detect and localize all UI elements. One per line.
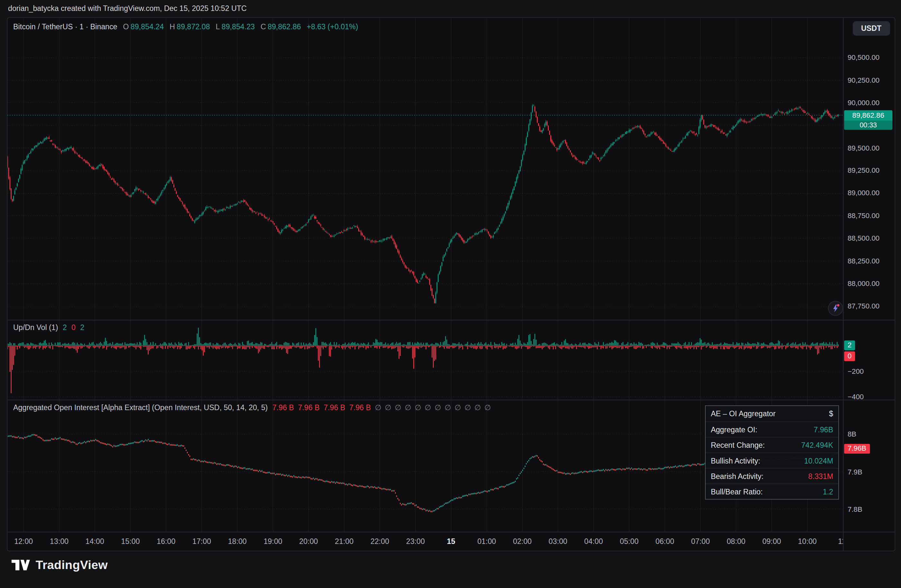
oi-legend-value: 7.96 B — [272, 403, 294, 412]
panel-row-value: 7.96B — [814, 425, 834, 434]
time-label-date: 15 — [447, 532, 455, 551]
ohlc-field: O89,854.24 — [123, 23, 164, 31]
snapshot-watermark: dorian_batycka created with TradingView.… — [8, 0, 247, 17]
price-axis-label: 89,250.00 — [848, 166, 879, 175]
time-axis[interactable]: 12:0013:0014:0015:0016:0017:0018:0019:00… — [8, 532, 843, 551]
panel-row: Bullish Activity:10.024M — [706, 453, 838, 468]
time-label: 12:00 — [14, 532, 33, 551]
pane-separator[interactable] — [8, 400, 895, 400]
lightning-icon[interactable] — [829, 302, 842, 315]
panel-row-label: Bullish Activity: — [711, 456, 761, 465]
time-label: 15:00 — [121, 532, 140, 551]
currency-toggle-button[interactable]: USDT — [853, 21, 890, 36]
ohlc-field: L89,854.23 — [216, 23, 255, 31]
oi-aggregator-panel: AE – OI Aggregator$Aggregate OI:7.96BRec… — [705, 405, 839, 499]
volume-axis-label: −400 — [848, 392, 864, 401]
bar-countdown: 00:33 — [844, 120, 892, 130]
volume-axis-label: −200 — [848, 367, 864, 376]
time-label: 04:00 — [585, 532, 603, 551]
panel-row-label: Recent Change: — [711, 441, 765, 450]
time-label: 20:00 — [299, 532, 318, 551]
page: dorian_batycka created with TradingView.… — [0, 0, 901, 588]
time-label: 16:00 — [157, 532, 175, 551]
oi-legend-empty-value: ∅ — [435, 403, 441, 412]
oi-legend-empty-value: ∅ — [484, 403, 491, 412]
time-label: 02:00 — [513, 532, 532, 551]
ohlc-values: O89,854.24H89,872.08L89,854.23C89,862.86 — [123, 23, 301, 31]
time-label: 07:00 — [691, 532, 710, 551]
panel-row: Bearish Activity:8.331M — [706, 468, 838, 484]
last-price-badge: 89,862.86 00:33 — [844, 110, 892, 130]
volume-legend-values: 202 — [63, 323, 84, 332]
volume-legend-value: 2 — [80, 323, 84, 332]
price-axis-label: 87,750.00 — [848, 302, 879, 311]
volume-indicator-title[interactable]: Up/Dn Vol (1) — [13, 323, 58, 332]
tradingview-wordmark: TradingView — [36, 558, 108, 572]
panel-row-value: 742.494K — [801, 441, 833, 450]
panel-row-value: 1.2 — [823, 487, 833, 496]
oi-indicator-title[interactable]: Aggregated Open Interest [Alpha Extract]… — [13, 403, 268, 412]
oi-legend-values: 7.96 B7.96 B7.96 B7.96 B∅∅∅∅∅∅∅∅∅∅∅∅ — [272, 403, 494, 412]
oi-last-value-badge: 7.96B — [844, 444, 870, 454]
time-label: 14:00 — [86, 532, 104, 551]
oi-legend-empty-value: ∅ — [385, 403, 391, 412]
main-legend[interactable]: Bitcoin / TetherUS · 1 · Binance O89,854… — [13, 23, 358, 31]
chart-area[interactable]: Bitcoin / TetherUS · 1 · Binance O89,854… — [7, 17, 895, 551]
price-change: +8.63 (+0.01%) — [307, 23, 358, 31]
oi-legend-empty-value: ∅ — [375, 403, 381, 412]
oi-legend-empty-value: ∅ — [415, 403, 421, 412]
volume-pane[interactable] — [8, 320, 843, 400]
volume-last-value-badge: 2 — [844, 341, 855, 350]
volume-legend-value: 0 — [72, 323, 76, 332]
price-axis-label: 90,000.00 — [848, 98, 879, 107]
price-axis-label: 88,750.00 — [848, 212, 879, 221]
symbol-title[interactable]: Bitcoin / TetherUS · 1 · Binance — [13, 23, 117, 31]
panel-row-label: Bearish Activity: — [711, 472, 764, 481]
panel-row-value: 8.331M — [808, 472, 833, 481]
panel-row-label: Bull/Bear Ratio: — [711, 487, 762, 496]
time-label: 21:00 — [335, 532, 354, 551]
oi-legend-value: 7.96 B — [349, 403, 371, 412]
ohlc-field: C89,862.86 — [260, 23, 301, 31]
panel-row-label: Aggregate OI: — [711, 425, 758, 434]
tradingview-logo[interactable]: TradingView — [12, 558, 108, 572]
time-label: 05:00 — [620, 532, 638, 551]
oi-legend-empty-value: ∅ — [465, 403, 471, 412]
oi-axis-label: 7.8B — [848, 505, 862, 514]
time-label: 19:00 — [263, 532, 282, 551]
panel-row: Recent Change:742.494K — [706, 437, 838, 453]
price-pane[interactable] — [8, 18, 843, 320]
panel-row: Aggregate OI:7.96B — [706, 422, 838, 437]
price-axis-label: 89,500.00 — [848, 143, 879, 153]
time-label: 22:00 — [370, 532, 389, 551]
volume-legend-value: 2 — [63, 323, 67, 332]
ohlc-field: H89,872.08 — [170, 23, 210, 31]
oi-legend-empty-value: ∅ — [445, 403, 451, 412]
time-label: 17:00 — [192, 532, 211, 551]
price-axis-label: 90,250.00 — [848, 76, 879, 85]
panel-row-value: 10.024M — [804, 456, 833, 465]
volume-legend[interactable]: Up/Dn Vol (1) 202 — [13, 323, 84, 332]
oi-legend-empty-value: ∅ — [425, 403, 431, 412]
time-label: 09:00 — [762, 532, 781, 551]
time-label: 06:00 — [655, 532, 674, 551]
price-axis-label: 90,500.00 — [848, 53, 879, 62]
price-axis-label: 88,000.00 — [848, 279, 879, 288]
time-label: 03:00 — [549, 532, 567, 551]
time-label: 08:00 — [726, 532, 745, 551]
price-axis-label: 88,500.00 — [848, 234, 879, 243]
price-axis-label: 89,000.00 — [848, 188, 879, 198]
oi-axis-label: 8B — [848, 429, 856, 439]
time-label: 11: — [838, 532, 843, 551]
oi-legend-empty-value: ∅ — [395, 403, 401, 412]
oi-axis-label: 7.9B — [848, 467, 862, 476]
price-axis[interactable]: 89,862.86 00:33 90,500.0090,250.0090,000… — [843, 18, 895, 551]
panel-title: AE – OI Aggregator — [711, 409, 775, 418]
oi-legend[interactable]: Aggregated Open Interest [Alpha Extract]… — [13, 403, 494, 412]
oi-legend-empty-value: ∅ — [405, 403, 411, 412]
oi-legend-empty-value: ∅ — [474, 403, 481, 412]
time-label: 18:00 — [228, 532, 246, 551]
oi-legend-empty-value: ∅ — [454, 403, 461, 412]
time-label: 01:00 — [477, 532, 496, 551]
pane-separator[interactable] — [8, 320, 895, 320]
